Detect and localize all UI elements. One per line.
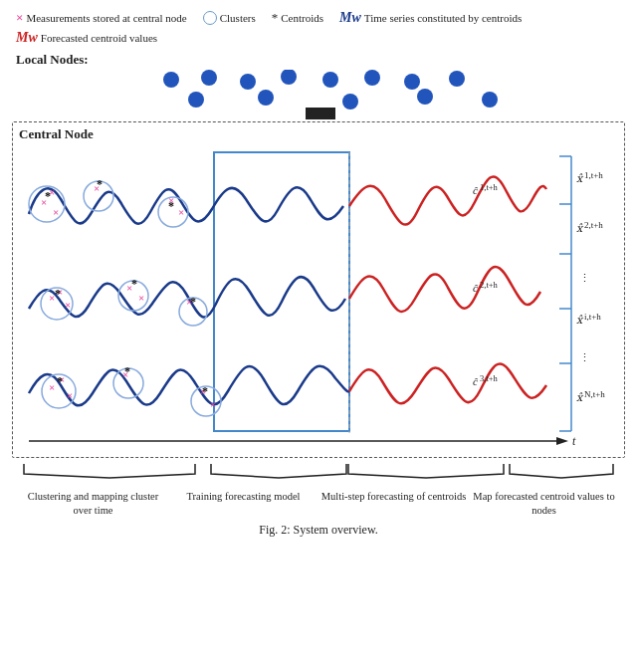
legend-centroids: * Centroids — [272, 10, 323, 26]
main-diagram-svg: t x̂ 1,t+h x̂ 2,t+h ⋮ x̂ i,t+h ⋮ x̂ N,t+… — [19, 144, 620, 453]
node-dot — [281, 70, 297, 85]
centroid1-1: * — [45, 189, 51, 203]
legend-x-symbol: × — [16, 10, 23, 26]
xi-label: x̂ — [576, 314, 584, 326]
centroid2-1: * — [55, 287, 61, 301]
c3-sub: 3,t+h — [480, 373, 499, 383]
node-dot — [449, 71, 465, 87]
x2-label: x̂ — [576, 222, 584, 234]
node-dot — [163, 72, 179, 88]
page-container: × Measurements stored at central node Cl… — [0, 0, 637, 672]
legend-measurements: × Measurements stored at central node — [16, 10, 187, 26]
training-window-rect — [214, 152, 349, 431]
bottom-label-4: Map forecasted centroid values to nodes — [471, 490, 617, 517]
dots2: ⋮ — [579, 351, 590, 363]
node-dot — [322, 72, 338, 88]
node-dot — [364, 70, 380, 86]
legend-circle-symbol — [203, 11, 217, 25]
brace-svg — [16, 460, 617, 482]
legend-timeseries-blue-label: Time series constituted by centroids — [364, 12, 522, 24]
wave1-red — [349, 176, 546, 224]
centroid2-2: * — [131, 277, 137, 291]
x-mark1-6: × — [178, 206, 184, 218]
wave3-blue — [29, 366, 349, 406]
x-mark3-1: × — [49, 381, 55, 393]
node-dot — [258, 90, 274, 106]
node-dot — [201, 70, 217, 86]
x-mark2-5: × — [138, 292, 144, 304]
central-node-section: Central Node t x̂ 1,t+h x̂ 2,t+h ⋮ — [12, 121, 625, 458]
x-mark3-6: × — [210, 398, 216, 410]
legend-row: × Measurements stored at central node Cl… — [12, 10, 625, 46]
x-mark1-3: × — [53, 206, 59, 218]
arrow-shaft — [306, 108, 335, 119]
x1-sub: 1,t+h — [584, 170, 603, 180]
bottom-label-3: Multi-step forecasting of centroids — [320, 490, 467, 504]
xN-sub: N,t+h — [584, 389, 605, 399]
c2-label: ĉ — [473, 282, 478, 294]
t-label: t — [572, 434, 576, 448]
c3-label: ĉ — [473, 375, 478, 387]
node-dot — [482, 92, 498, 108]
brace3 — [348, 464, 504, 478]
legend-timeseries-blue: Mw Time series constituted by centroids — [339, 10, 522, 26]
fig-caption: Fig. 2: System overview. — [12, 523, 625, 538]
node-dot — [417, 89, 433, 105]
bottom-labels: Clustering and mapping cluster over time… — [16, 490, 621, 517]
node-dot — [342, 94, 358, 110]
wave2-red — [349, 267, 540, 312]
centroid3-2: * — [124, 364, 130, 378]
node-dot — [404, 74, 420, 90]
legend-clusters: Clusters — [203, 11, 256, 25]
legend-wave-blue-symbol: Mw — [339, 10, 361, 26]
bottom-label-2: Training forecasting model — [170, 490, 317, 504]
x2-sub: 2,t+h — [584, 220, 603, 230]
legend-timeseries-red-label: Forecasted centroid values — [41, 32, 157, 44]
local-nodes-label: Local Nodes: — [12, 52, 625, 68]
node-dot — [188, 92, 204, 108]
c1-sub: 1,t+h — [480, 182, 499, 192]
brace4 — [510, 464, 613, 478]
c1-label: ĉ — [473, 184, 478, 196]
legend-clusters-label: Clusters — [220, 12, 256, 24]
legend-asterisk-symbol: * — [272, 10, 279, 26]
xi-sub: i,t+h — [584, 312, 601, 322]
centroid1-2: * — [97, 177, 103, 191]
central-node-label: Central Node — [19, 126, 618, 142]
brace2 — [211, 464, 346, 478]
local-nodes-area: Local Nodes: — [12, 52, 625, 119]
wave3-red — [349, 363, 546, 403]
x-mark2-3: × — [65, 299, 71, 311]
c2-sub: 2,t+h — [480, 280, 499, 290]
centroid3-1: * — [57, 374, 63, 388]
brace1 — [24, 464, 195, 478]
x1-label: x̂ — [576, 172, 584, 184]
centroid3-3: * — [202, 384, 208, 398]
bottom-label-1: Clustering and mapping cluster over time — [20, 490, 166, 517]
node-dot — [240, 74, 256, 90]
centroid1-3: * — [168, 199, 174, 213]
x-mark3-3: × — [67, 389, 73, 401]
local-nodes-svg — [12, 70, 629, 119]
legend-wave-red-symbol: Mw — [16, 30, 38, 46]
legend-centroids-label: Centroids — [281, 12, 323, 24]
time-axis-arrow — [556, 437, 568, 445]
legend-measurements-label: Measurements stored at central node — [26, 12, 186, 24]
centroid2-3: * — [190, 295, 196, 309]
xN-label: x̂ — [576, 391, 584, 403]
dots1: ⋮ — [579, 272, 590, 284]
legend-timeseries-red: Mw Forecasted centroid values — [16, 30, 157, 46]
